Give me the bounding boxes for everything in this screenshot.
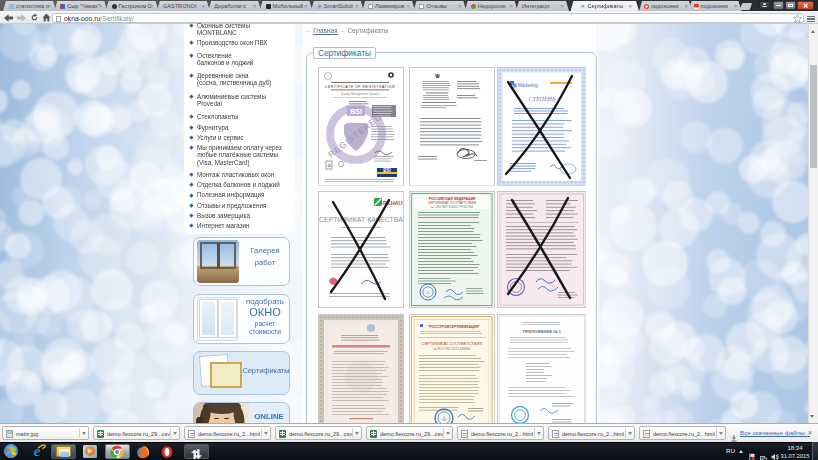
svg-text:Marketing: Marketing bbox=[518, 83, 538, 88]
svg-text:С: С bbox=[427, 290, 430, 295]
svg-text:№ РОСС RU.31513.04ИБН0: № РОСС RU.31513.04ИБН0 bbox=[434, 347, 471, 351]
svg-text:⚓: ⚓ bbox=[441, 415, 447, 422]
svg-text:CERTIFICATE OF REGISTRATION: CERTIFICATE OF REGISTRATION bbox=[325, 84, 395, 88]
svg-text:♻: ♻ bbox=[327, 163, 331, 168]
svg-text:СЕРТИФИКАТ КАЧЕСТВА: СЕРТИФИКАТ КАЧЕСТВА bbox=[319, 216, 403, 223]
svg-text:BSI: BSI bbox=[383, 167, 391, 172]
svg-text:BSI: BSI bbox=[350, 108, 362, 115]
svg-text:СЕРТИФИКАТ СООТВЕТСТВИЯ: СЕРТИФИКАТ СООТВЕТСТВИЯ bbox=[422, 341, 483, 346]
svg-text:СТЕПЕНЬ: СТЕПЕНЬ bbox=[528, 96, 555, 102]
svg-text:№ С-RU.ПВ57.В.00821 ТР 065: № С-RU.ПВ57.В.00821 ТР 0657900 bbox=[431, 205, 474, 209]
svg-text:"РОССТРОЙСЕРТИФИКАЦИЯ": "РОССТРОЙСЕРТИФИКАЦИЯ" bbox=[428, 324, 481, 328]
svg-text:Quality Management System: Quality Management System bbox=[341, 91, 380, 95]
svg-text:РОССИЙСКАЯ ФЕДЕРАЦИЯ: РОССИЙСКАЯ ФЕДЕРАЦИЯ bbox=[429, 196, 476, 200]
svg-text:ПРИЛОЖЕНИЕ № 1: ПРИЛОЖЕНИЕ № 1 bbox=[523, 329, 562, 334]
svg-text:СЕРТИФИКАТ СООТВЕТСТВИЯ: СЕРТИФИКАТ СООТВЕТСТВИЯ bbox=[428, 201, 477, 205]
